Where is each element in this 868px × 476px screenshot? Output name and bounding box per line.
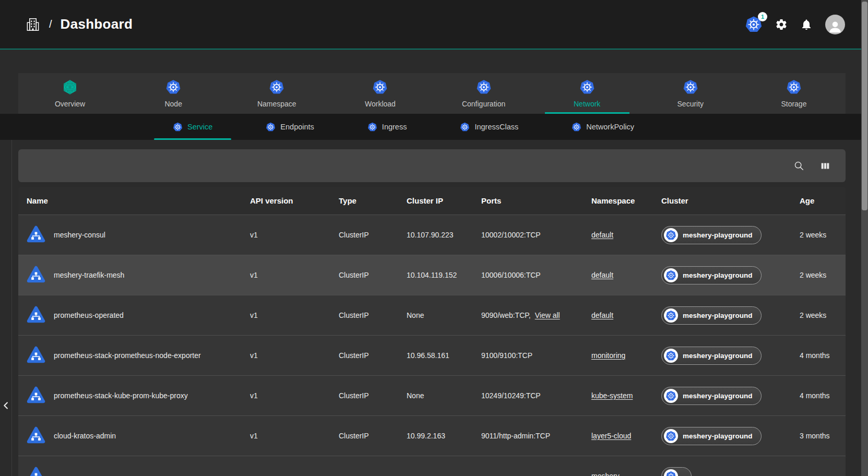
- column-header-type[interactable]: Type: [339, 196, 407, 205]
- cluster-chip[interactable]: [661, 467, 692, 476]
- cell-cluster: meshery-playground: [661, 347, 800, 365]
- breadcrumb: / Dashboard: [25, 16, 133, 32]
- table-row[interactable]: meshery: [18, 456, 846, 476]
- cell-ports: 10249/10249:TCP: [481, 391, 591, 400]
- cell-namespace: default: [591, 271, 661, 279]
- namespace-link[interactable]: default: [591, 311, 613, 319]
- column-header-age[interactable]: Age: [800, 196, 846, 205]
- chevron-left-icon: [1, 400, 12, 411]
- namespace-link[interactable]: default: [591, 271, 613, 279]
- service-icon: [26, 467, 46, 476]
- tab-configuration[interactable]: Configuration: [432, 73, 536, 114]
- cluster-chip[interactable]: meshery-playground: [661, 427, 762, 445]
- kubernetes-icon: [664, 429, 678, 443]
- namespace-link[interactable]: layer5-cloud: [591, 432, 631, 440]
- kubernetes-icon: [664, 389, 678, 403]
- subtab-label: Service: [187, 123, 212, 131]
- table-row[interactable]: cloud-kratos-admin v1 ClusterIP 10.99.2.…: [18, 415, 846, 456]
- tab-security[interactable]: Security: [639, 73, 742, 114]
- tab-label: Overview: [55, 100, 85, 108]
- cluster-chip[interactable]: meshery-playground: [661, 347, 762, 365]
- column-header-ports[interactable]: Ports: [481, 196, 591, 205]
- tab-label: Workload: [365, 100, 396, 108]
- table-row[interactable]: meshery-consul v1 ClusterIP 10.107.90.22…: [18, 215, 846, 255]
- cell-name: prometheus-stack-kube-prom-kube-proxy: [18, 386, 250, 405]
- cell-type: ClusterIP: [339, 351, 407, 360]
- cluster-chip[interactable]: meshery-playground: [661, 387, 762, 405]
- tab-network[interactable]: Network: [536, 73, 639, 114]
- tab-storage[interactable]: Storage: [742, 73, 846, 114]
- tab-workload[interactable]: Workload: [328, 73, 432, 114]
- subtab-endpoints[interactable]: Endpoints: [263, 114, 317, 140]
- service-icon: [26, 346, 46, 365]
- namespace-link[interactable]: monitoring: [591, 351, 625, 360]
- column-header-cluster[interactable]: Cluster: [661, 196, 800, 205]
- cell-ports: 10006/10006:TCP: [481, 271, 591, 279]
- context-count-badge: 1: [758, 12, 767, 21]
- service-name: prometheus-operated: [54, 311, 124, 319]
- kubernetes-icon: [786, 79, 802, 95]
- tab-node[interactable]: Node: [122, 73, 225, 114]
- cluster-chip[interactable]: meshery-playground: [661, 306, 762, 325]
- page-scrollbar[interactable]: [861, 0, 868, 476]
- table-header-row: Name API version Type Cluster IP Ports N…: [18, 187, 846, 215]
- tab-namespace[interactable]: Namespace: [225, 73, 328, 114]
- column-header-cluster-ip[interactable]: Cluster IP: [407, 196, 481, 205]
- table-row[interactable]: meshery-traefik-mesh v1 ClusterIP 10.104…: [18, 255, 846, 295]
- bell-icon: [800, 18, 813, 31]
- cell-api-version: v1: [250, 271, 339, 279]
- kubernetes-icon: [165, 79, 181, 95]
- subtab-networkpolicy[interactable]: NetworkPolicy: [568, 114, 637, 140]
- app-header: / Dashboard 1: [0, 0, 868, 49]
- namespace-link[interactable]: kube-system: [591, 391, 633, 400]
- search-icon: [793, 160, 805, 172]
- building-icon[interactable]: [25, 17, 41, 32]
- table-row[interactable]: prometheus-operated v1 ClusterIP None 90…: [18, 295, 846, 335]
- resource-tabs: Overview Node Namespace Workload Configu…: [18, 73, 846, 114]
- kubernetes-context-button[interactable]: 1: [745, 16, 763, 33]
- cell-type: ClusterIP: [339, 432, 407, 440]
- table-row[interactable]: prometheus-stack-kube-prom-kube-proxy v1…: [18, 375, 846, 415]
- table-row[interactable]: prometheus-stack-prometheus-node-exporte…: [18, 335, 846, 375]
- subtab-ingressclass[interactable]: IngressClass: [457, 114, 521, 140]
- services-table: Name API version Type Cluster IP Ports N…: [18, 187, 846, 476]
- kubernetes-icon: [664, 349, 678, 363]
- view-columns-button[interactable]: [819, 160, 831, 172]
- scrollbar-thumb[interactable]: [862, 2, 867, 210]
- network-subtabs: Service Endpoints Ingress IngressClass N…: [0, 114, 868, 140]
- profile-avatar-button[interactable]: [825, 15, 845, 34]
- collapse-panel-button[interactable]: [0, 396, 12, 416]
- settings-button[interactable]: [775, 18, 788, 31]
- search-button[interactable]: [793, 160, 805, 172]
- cell-namespace: default: [591, 311, 661, 319]
- cell-age: 4 months: [800, 351, 846, 360]
- cell-name: cloud-kratos-admin: [18, 426, 250, 445]
- kubernetes-icon: [460, 122, 470, 132]
- view-columns-icon: [819, 160, 831, 172]
- column-header-namespace[interactable]: Namespace: [591, 196, 661, 205]
- subtab-service[interactable]: Service: [170, 114, 216, 140]
- view-all-ports-link[interactable]: View all: [535, 311, 560, 319]
- subtab-ingress[interactable]: Ingress: [364, 114, 410, 140]
- cluster-chip[interactable]: meshery-playground: [661, 226, 762, 244]
- namespace-link[interactable]: meshery: [591, 472, 620, 476]
- kubernetes-icon: [664, 469, 678, 476]
- cell-namespace: layer5-cloud: [591, 432, 661, 440]
- header-actions: 1: [745, 15, 845, 34]
- notifications-button[interactable]: [800, 18, 813, 31]
- cell-namespace: kube-system: [591, 391, 661, 400]
- service-name: prometheus-stack-kube-prom-kube-proxy: [54, 391, 188, 400]
- kubernetes-icon: [664, 308, 678, 323]
- namespace-link[interactable]: default: [591, 231, 613, 239]
- service-icon: [26, 426, 46, 445]
- cell-cluster: meshery-playground: [661, 306, 800, 325]
- column-header-api-version[interactable]: API version: [250, 196, 339, 205]
- cluster-chip[interactable]: meshery-playground: [661, 266, 762, 284]
- kubernetes-icon: [579, 79, 595, 95]
- header-accent-divider: [0, 49, 868, 50]
- cell-api-version: v1: [250, 432, 339, 440]
- cell-age: 3 months: [800, 432, 846, 440]
- cell-type: ClusterIP: [339, 231, 407, 239]
- tab-overview[interactable]: Overview: [18, 73, 122, 114]
- column-header-name[interactable]: Name: [18, 196, 250, 205]
